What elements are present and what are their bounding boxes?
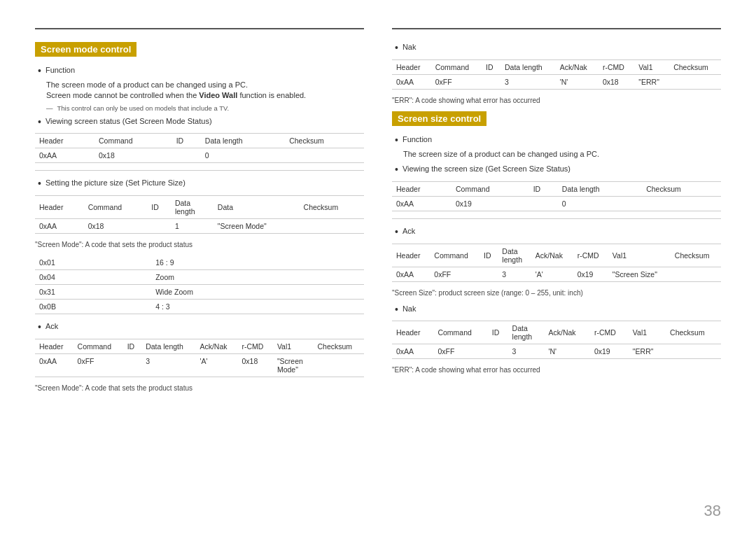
function-bullet: • Function: [38, 65, 364, 77]
col-checksum: Checksum: [285, 134, 364, 148]
divider-right: [392, 218, 721, 219]
ack-bullet: • Ack: [38, 321, 364, 333]
table-row: 0x0B 4 : 3: [35, 300, 364, 314]
modes-table-wrap: 0x01 16 : 9 0x04 Zoom 0x31 Wide Zoom 0x0…: [35, 255, 364, 314]
right-column: • Nak Header Command ID Data length Ack/…: [392, 28, 721, 399]
table-header-row: Header Command ID Data length Ack/Nak r-…: [392, 59, 721, 74]
table-row: 0xAA 0xFF 3 'N' 0x19 "ERR": [392, 344, 721, 359]
col-header: Header: [35, 196, 84, 219]
right-viewing-table: Header Command ID Data length Checksum 0…: [392, 181, 721, 211]
screen-size-note: "Screen Size": product screen size (rang…: [392, 289, 721, 297]
page-number: 38: [704, 502, 721, 520]
left-column: Screen mode control • Function The scree…: [35, 28, 364, 399]
top-divider-right: [392, 28, 721, 29]
col-datalength: Data length: [201, 134, 285, 148]
right-viewing-bullet: • Viewing the screen size (Get Screen Si…: [395, 164, 721, 176]
table-header-row: Header Command ID Datalength Data Checks…: [35, 196, 364, 219]
right-section-title: Screen size control: [392, 111, 721, 134]
table-row: 0xAA 0x18 1 "Screen Mode": [35, 219, 364, 234]
col-checksum: Checksum: [300, 196, 364, 219]
function-desc: The screen mode of a product can be chan…: [46, 80, 364, 101]
right-nak-bullet: • Nak: [395, 304, 721, 316]
divider: [35, 170, 364, 171]
table-header-row: Header Command ID Datalength Ack/Nak r-C…: [392, 321, 721, 344]
table-row: 0xAA 0x18 0: [35, 148, 364, 163]
table-row: 0x01 16 : 9: [35, 255, 364, 270]
screen-mode-note2: "Screen Mode": A code that sets the prod…: [35, 384, 364, 392]
nak-top-table-wrap: Header Command ID Data length Ack/Nak r-…: [392, 59, 721, 90]
table-row: 0x04 Zoom: [35, 270, 364, 285]
err-note-bottom: "ERR": A code showing what error has occ…: [392, 366, 721, 374]
right-ack-bullet: • Ack: [395, 226, 721, 238]
col-data: Datalength: [171, 196, 214, 219]
table-header-row: Header Command ID Datalength Ack/Nak r-C…: [392, 244, 721, 267]
col-command: Command: [84, 196, 148, 219]
col-id: ID: [147, 196, 171, 219]
setting-bullet: • Setting the picture size (Set Picture …: [38, 178, 364, 190]
table-row: 0x31 Wide Zoom: [35, 285, 364, 300]
err-note-top: "ERR": A code showing what error has occ…: [392, 97, 721, 104]
col-header: Header: [35, 134, 94, 148]
col-id: ID: [172, 134, 201, 148]
col-data2: Data: [214, 196, 300, 219]
top-divider: [35, 28, 364, 29]
table-header-row: Header Command ID Data length Ack/Nak r-…: [35, 339, 364, 353]
right-nak-table: Header Command ID Datalength Ack/Nak r-C…: [392, 321, 721, 359]
table-row: 0xAA 0xFF 3 'A' 0x19 "Screen Size": [392, 267, 721, 281]
left-section-title: Screen mode control: [35, 42, 364, 65]
function-note: This control can only be used on models …: [46, 104, 364, 112]
viewing-bullet: • Viewing screen status (Get Screen Mode…: [38, 116, 364, 128]
right-ack-table: Header Command ID Datalength Ack/Nak r-C…: [392, 244, 721, 282]
right-function-bullet: • Function: [395, 134, 721, 146]
ack-table-wrap: Header Command ID Data length Ack/Nak r-…: [35, 339, 364, 377]
ack-table: Header Command ID Data length Ack/Nak r-…: [35, 339, 364, 377]
viewing-table-wrap: Header Command ID Data length Checksum 0…: [35, 133, 364, 163]
right-function-desc: The screen size of a product can be chan…: [403, 149, 721, 160]
table-header-row: Header Command ID Data length Checksum: [392, 181, 721, 196]
modes-table: 0x01 16 : 9 0x04 Zoom 0x31 Wide Zoom 0x0…: [35, 255, 364, 314]
screen-mode-note: "Screen Mode": A code that sets the prod…: [35, 241, 364, 248]
viewing-table: Header Command ID Data length Checksum 0…: [35, 133, 364, 163]
setting-table: Header Command ID Datalength Data Checks…: [35, 195, 364, 234]
table-row: 0xAA 0xFF 3 'N' 0x18 "ERR": [392, 74, 721, 89]
table-row: 0xAA 0xFF 3 'A' 0x18 "ScreenMode": [35, 353, 364, 377]
col-command: Command: [94, 134, 172, 148]
setting-table-wrap: Header Command ID Datalength Data Checks…: [35, 195, 364, 234]
nak-top-bullet: • Nak: [395, 42, 721, 54]
right-ack-table-wrap: Header Command ID Datalength Ack/Nak r-C…: [392, 244, 721, 282]
page-content: Screen mode control • Function The scree…: [0, 0, 756, 441]
table-row: 0xAA 0x19 0: [392, 196, 721, 211]
right-viewing-table-wrap: Header Command ID Data length Checksum 0…: [392, 181, 721, 211]
right-nak-table-wrap: Header Command ID Datalength Ack/Nak r-C…: [392, 321, 721, 359]
table-header-row: Header Command ID Data length Checksum: [35, 134, 364, 148]
nak-top-table: Header Command ID Data length Ack/Nak r-…: [392, 59, 721, 90]
